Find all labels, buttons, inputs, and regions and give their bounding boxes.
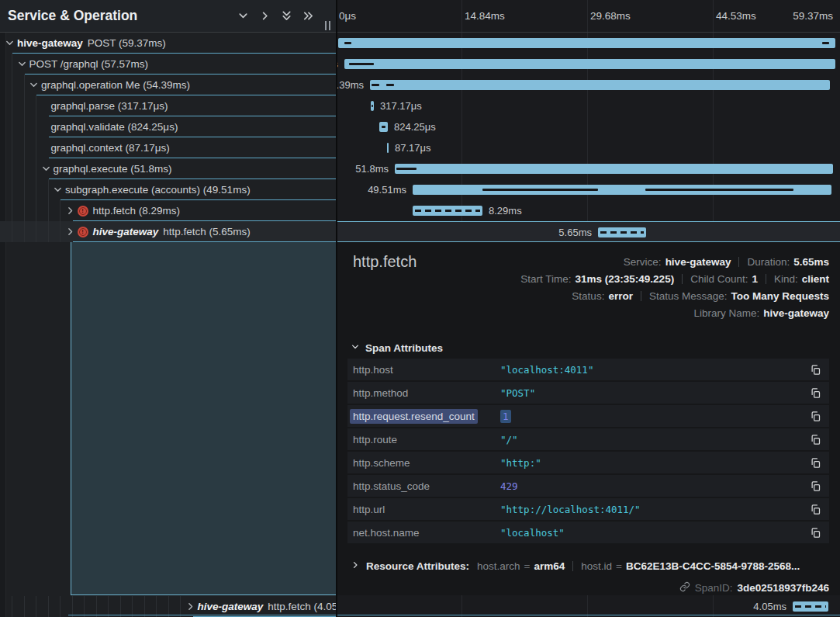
span-duration-bar[interactable] (387, 143, 389, 153)
duration-label: 57.57ms (337, 58, 338, 70)
selected-span-children-region[interactable] (71, 242, 336, 595)
detail-meta-line: Library Name:hive-gateway (520, 305, 829, 322)
span-id-label: SpanID: (695, 582, 733, 594)
copy-value-button[interactable] (807, 456, 823, 470)
duration-label: 51.8ms (355, 163, 389, 175)
span-duration-bar[interactable] (344, 59, 835, 69)
copy-value-button[interactable] (807, 409, 823, 423)
attribute-key: http.url (353, 504, 385, 515)
attribute-key: http.route (353, 434, 397, 445)
service-name: hive-gateway (198, 601, 264, 612)
attribute-row[interactable]: http.scheme"http:" (347, 452, 829, 473)
copy-value-button[interactable] (807, 502, 823, 516)
chevron-down-icon[interactable] (29, 80, 39, 90)
chevron-down-icon[interactable] (17, 59, 27, 69)
chevron-right-icon[interactable] (65, 227, 75, 237)
chevron-down-icon (351, 342, 360, 354)
attribute-row[interactable]: http.route"/" (347, 428, 829, 450)
span-duration-bar[interactable] (793, 601, 828, 612)
attribute-value: 429 (500, 480, 518, 492)
trace-viewer: Service & Operation hive-gatewayPOST (59… (0, 0, 840, 617)
span-tree-row[interactable]: graphql.validate (824.25μs) (0, 116, 336, 137)
attribute-key: net.host.name (353, 527, 420, 539)
attribute-row[interactable]: http.request.resend_count1 (347, 405, 829, 427)
bottom-row-border (68, 615, 840, 615)
attribute-key: http.status_code (353, 480, 430, 492)
span-id-value: 3de02518937fb246 (737, 582, 829, 594)
span-id-row: SpanID: 3de02518937fb246 (679, 579, 829, 596)
span-label: http.fetch (4.05ms) (268, 601, 336, 612)
span-detail-panel: http.fetch Service:hive-gatewayDuration:… (337, 242, 840, 595)
span-duration-bar[interactable] (395, 164, 833, 174)
span-label: graphql.execute (51.8ms) (54, 163, 172, 175)
span-duration-bar[interactable] (413, 206, 482, 216)
chevron-down-icon[interactable] (41, 164, 51, 174)
span-attributes-toggle[interactable]: Span Attributes (351, 342, 443, 354)
timeline-row: 824.25μs (337, 116, 840, 137)
error-status-icon: ! (78, 227, 88, 237)
span-tree-row[interactable]: graphql.parse (317.17μs) (0, 95, 336, 116)
span-tree-row[interactable]: POST /graphql (57.57ms) (0, 54, 336, 75)
span-attributes-header-label: Span Attributes (365, 342, 443, 354)
attribute-value: "http:" (500, 457, 541, 469)
chevron-down-icon[interactable] (5, 38, 15, 48)
timeline-row: 51.8ms (337, 158, 840, 179)
attribute-row[interactable]: http.status_code429 (347, 475, 829, 497)
span-label: graphql.validate (824.25μs) (51, 121, 178, 133)
span-duration-bar[interactable] (598, 227, 646, 237)
span-duration-bar[interactable] (413, 185, 831, 195)
span-tree-row[interactable]: hive-gatewayhttp.fetch (4.05ms) (0, 596, 336, 617)
span-label: graphql.parse (317.17μs) (51, 100, 168, 112)
detail-meta-line: Status:errorStatus Message:Too Many Requ… (520, 288, 829, 305)
chevron-down-icon[interactable] (53, 185, 63, 195)
resource-attributes-header-label: Resource Attributes: (366, 560, 469, 572)
attribute-row[interactable]: http.url"http://localhost:4011/" (347, 498, 829, 520)
resize-handle-icon[interactable] (325, 21, 332, 30)
attribute-key: http.request.resend_count (350, 409, 478, 424)
attribute-value: "http://localhost:4011/" (500, 504, 641, 515)
copy-value-button[interactable] (807, 362, 823, 376)
span-tree-row[interactable]: !http.fetch (8.29ms) (0, 200, 336, 221)
attribute-row[interactable]: http.host"localhost:4011" (347, 359, 829, 380)
timeline-panel: 0μs14.84ms29.68ms44.53ms59.37ms 57.57ms5… (337, 0, 840, 617)
duration-label: 54.39ms (337, 79, 364, 91)
chevron-right-icon[interactable] (185, 601, 195, 612)
span-tree-panel: Service & Operation hive-gatewayPOST (59… (0, 0, 336, 617)
copy-value-button[interactable] (807, 479, 823, 493)
span-duration-bar[interactable] (379, 122, 388, 132)
duration-label: 49.51ms (368, 184, 406, 196)
resource-attributes-toggle[interactable]: Resource Attributes: host.arch=arm64host… (351, 554, 829, 577)
duration-label: 824.25μs (394, 121, 436, 133)
attribute-row[interactable]: net.host.name"localhost" (347, 522, 829, 543)
span-tree-row[interactable]: graphql.operation Me (54.39ms) (0, 75, 336, 95)
attribute-value: "localhost:4011" (500, 364, 593, 376)
detail-meta-line: Service:hive-gatewayDuration:5.65ms (520, 254, 829, 271)
span-tree-row[interactable]: hive-gatewayPOST (59.37ms) (0, 33, 336, 54)
timeline-row (337, 33, 840, 54)
span-tree-row[interactable]: !hive-gatewayhttp.fetch (5.65ms) (0, 221, 336, 242)
chevron-right-icon[interactable] (65, 206, 75, 216)
timeline-row: 317.17μs (337, 95, 840, 116)
panel-resize-divider[interactable] (336, 0, 337, 617)
span-tree-row[interactable]: graphql.execute (51.8ms) (0, 158, 336, 179)
timeline-row: 4.05ms (337, 596, 840, 617)
copy-value-button[interactable] (807, 432, 823, 446)
span-duration-bar[interactable] (338, 38, 835, 48)
span-label: subgraph.execute (accounts) (49.51ms) (65, 184, 251, 196)
duration-label: 8.29ms (489, 205, 522, 217)
service-name: hive-gateway (93, 226, 159, 237)
span-tree-row[interactable]: subgraph.execute (accounts) (49.51ms) (0, 179, 336, 200)
duration-label: 317.17μs (380, 100, 422, 112)
link-icon[interactable] (679, 581, 690, 594)
span-tree-row[interactable]: graphql.context (87.17μs) (0, 137, 336, 158)
timeline-row: 8.29ms (337, 200, 840, 221)
copy-value-button[interactable] (807, 525, 823, 539)
attribute-row[interactable]: http.method"POST" (347, 382, 829, 404)
copy-value-button[interactable] (807, 386, 823, 400)
span-label: POST /graphql (57.57ms) (29, 58, 149, 70)
detail-span-title: http.fetch (353, 253, 417, 271)
span-duration-bar[interactable] (370, 80, 830, 90)
span-duration-bar[interactable] (371, 101, 374, 111)
detail-meta: Service:hive-gatewayDuration:5.65msStart… (520, 254, 829, 322)
timeline-row-selected: 5.65ms (337, 221, 840, 242)
